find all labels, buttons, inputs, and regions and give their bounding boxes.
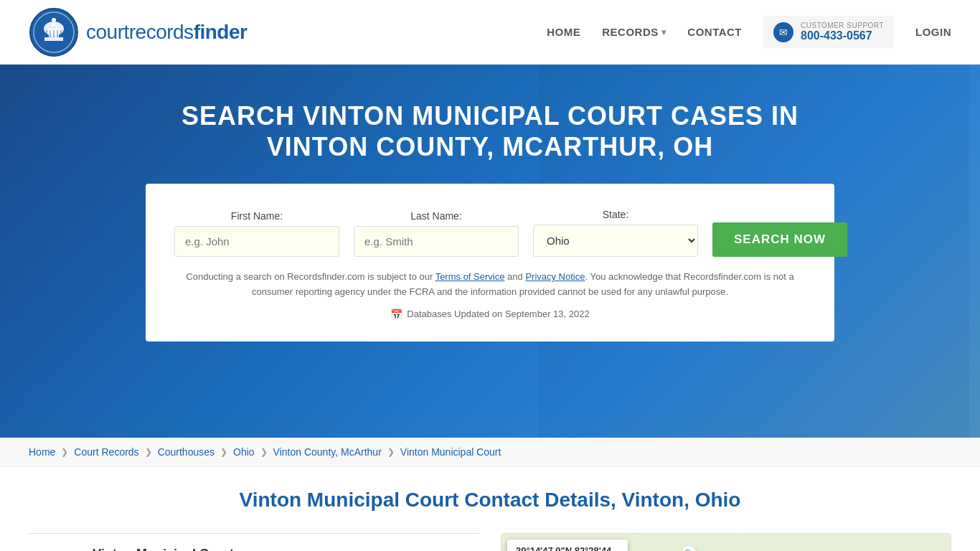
- first-name-input[interactable]: [174, 226, 339, 257]
- map-section: First Christ E High St yterian Church He…: [501, 533, 951, 551]
- support-info: CUSTOMER SUPPORT 800-433-0567: [801, 22, 884, 42]
- calendar-icon: 📅: [390, 309, 402, 320]
- logo[interactable]: courtrecordsfinder: [29, 7, 247, 57]
- breadcrumb-ohio[interactable]: Ohio: [233, 446, 255, 458]
- breadcrumb-sep-2: ❯: [145, 447, 152, 457]
- breadcrumb: Home ❯ Court Records ❯ Courthouses ❯ Ohi…: [0, 438, 980, 467]
- svg-rect-8: [50, 30, 51, 37]
- breadcrumb-courthouses[interactable]: Courthouses: [158, 446, 215, 458]
- first-name-group: First Name:: [174, 210, 339, 257]
- nav-contact[interactable]: CONTACT: [687, 26, 742, 38]
- last-name-group: Last Name:: [354, 210, 519, 257]
- breadcrumb-sep-3: ❯: [220, 447, 227, 457]
- svg-point-6: [52, 18, 56, 22]
- state-group: State: AlabamaAlaskaArizonaArkansasCalif…: [533, 209, 698, 257]
- svg-rect-10: [57, 30, 58, 37]
- breadcrumb-home[interactable]: Home: [29, 446, 55, 458]
- nav-home[interactable]: HOME: [547, 26, 580, 38]
- site-header: courtrecordsfinder HOME RECORDS ▾ CONTAC…: [0, 0, 980, 65]
- login-button[interactable]: LOGIN: [915, 26, 951, 38]
- headphone-icon: ✉: [773, 22, 793, 42]
- support-section: ✉ CUSTOMER SUPPORT 800-433-0567: [763, 16, 894, 48]
- details-section: Court Name: Vinton Municipal Court State…: [29, 533, 479, 551]
- search-fields: First Name: Last Name: State: AlabamaAla…: [174, 209, 806, 257]
- map-coordinates: 39°14'47.9"N 82°28'44...: [516, 545, 619, 551]
- breadcrumb-sep-1: ❯: [61, 447, 68, 457]
- last-name-label: Last Name:: [354, 210, 519, 222]
- svg-rect-11: [60, 30, 62, 37]
- content-title: Vinton Municipal Court Contact Details, …: [29, 489, 951, 512]
- breadcrumb-court-records[interactable]: Court Records: [74, 446, 138, 458]
- main-nav: HOME RECORDS ▾ CONTACT ✉ CUSTOMER SUPPOR…: [547, 16, 951, 48]
- tos-link[interactable]: Terms of Service: [435, 271, 505, 282]
- main-content: Vinton Municipal Court Contact Details, …: [0, 467, 980, 551]
- hero-section: SEARCH VINTON MUNICIPAL COURT CASES IN V…: [0, 65, 980, 438]
- db-updated: 📅 Databases Updated on September 13, 202…: [174, 309, 806, 320]
- support-phone[interactable]: 800-433-0567: [801, 29, 884, 42]
- svg-rect-9: [53, 30, 55, 37]
- state-label: State:: [533, 209, 698, 220]
- nav-records[interactable]: RECORDS ▾: [602, 26, 666, 38]
- court-name-value: Vinton Municipal Court: [93, 547, 234, 551]
- svg-rect-4: [44, 37, 63, 41]
- map-overlay: 39°14'47.9"N 82°28'44... View larger map: [507, 540, 628, 551]
- svg-rect-7: [46, 30, 47, 37]
- state-select[interactable]: AlabamaAlaskaArizonaArkansasCaliforniaCo…: [533, 225, 698, 257]
- chevron-down-icon: ▾: [661, 27, 666, 37]
- disclaimer-text: Conducting a search on Recordsfinder.com…: [174, 270, 806, 300]
- page-title: SEARCH VINTON MUNICIPAL COURT CASES IN V…: [167, 100, 813, 162]
- content-grid: Court Name: Vinton Municipal Court State…: [29, 533, 951, 551]
- last-name-input[interactable]: [354, 226, 519, 257]
- search-button[interactable]: SEARCH NOW: [712, 222, 847, 257]
- breadcrumb-sep-5: ❯: [387, 447, 395, 457]
- support-label: CUSTOMER SUPPORT: [801, 22, 884, 29]
- search-card: First Name: Last Name: State: AlabamaAla…: [146, 184, 834, 342]
- breadcrumb-vinton-county[interactable]: Vinton County, McArthur: [273, 446, 382, 458]
- breadcrumb-vinton-court[interactable]: Vinton Municipal Court: [400, 446, 501, 458]
- breadcrumb-sep-4: ❯: [260, 447, 268, 457]
- court-name-row: Court Name: Vinton Municipal Court: [29, 534, 479, 551]
- logo-text: courtrecordsfinder: [86, 21, 247, 44]
- first-name-label: First Name:: [174, 210, 339, 222]
- logo-icon: [29, 7, 79, 57]
- privacy-link[interactable]: Privacy Notice: [525, 271, 585, 282]
